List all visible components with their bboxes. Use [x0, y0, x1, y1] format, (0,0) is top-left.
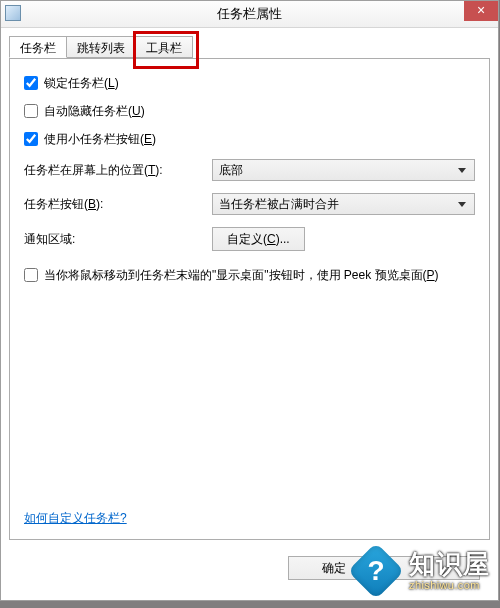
ok-button[interactable]: 确定 — [288, 556, 380, 580]
help-link[interactable]: 如何自定义任务栏? — [24, 510, 127, 527]
location-label: 任务栏在屏幕上的位置(T): — [24, 162, 212, 179]
peek-label: 当你将鼠标移动到任务栏末端的"显示桌面"按钮时，使用 Peek 预览桌面(P) — [44, 267, 439, 284]
client-area: 任务栏跳转列表工具栏 锁定任务栏(L) 自动隐藏任务栏(U) — [9, 35, 490, 592]
dialog-window: 任务栏属性 × 任务栏跳转列表工具栏 锁定任务栏(L) — [0, 0, 499, 601]
close-button[interactable]: × — [464, 1, 498, 21]
buttons-label: 任务栏按钮(B): — [24, 196, 212, 213]
peek-checkbox[interactable] — [24, 268, 38, 282]
smallbuttons-checkbox[interactable] — [24, 132, 38, 146]
autohide-checkbox[interactable] — [24, 104, 38, 118]
buttons-value: 当任务栏被占满时合并 — [219, 197, 339, 211]
window-title: 任务栏属性 — [1, 5, 498, 23]
lock-taskbar-label: 锁定任务栏(L) — [44, 75, 119, 91]
notify-label: 通知区域: — [24, 231, 212, 248]
titlebar: 任务栏属性 × — [1, 1, 498, 28]
customize-button[interactable]: 自定义(C)... — [212, 227, 305, 251]
tab-jumplists[interactable]: 跳转列表 — [66, 36, 136, 58]
lock-taskbar-checkbox[interactable] — [24, 76, 38, 90]
location-combobox[interactable]: 底部 — [212, 159, 475, 181]
tab-panel-taskbar: 锁定任务栏(L) 自动隐藏任务栏(U) 使用小任务栏按钮(E) — [9, 58, 490, 540]
buttons-combobox[interactable]: 当任务栏被占满时合并 — [212, 193, 475, 215]
smallbuttons-label: 使用小任务栏按钮(E) — [44, 131, 156, 147]
tab-taskbar[interactable]: 任务栏 — [9, 36, 67, 58]
cancel-button[interactable] — [388, 556, 480, 580]
autohide-label: 自动隐藏任务栏(U) — [44, 103, 145, 119]
location-value: 底部 — [219, 163, 243, 177]
tab-toolbars[interactable]: 工具栏 — [135, 36, 193, 58]
dialog-button-row: 确定 — [9, 544, 490, 592]
tab-strip: 任务栏跳转列表工具栏 — [9, 35, 490, 59]
